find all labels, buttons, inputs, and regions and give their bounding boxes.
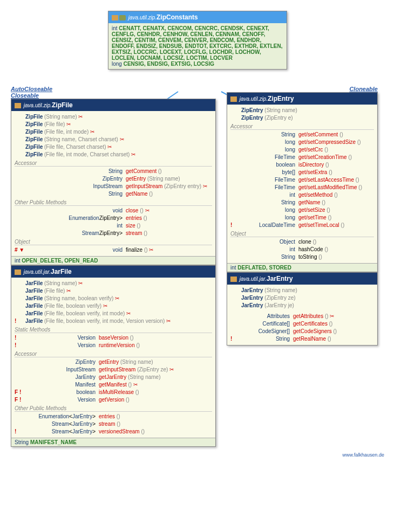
class-icon xyxy=(15,270,21,275)
box-zipconstants: java.util.zip.ZipConstants int CENATT, C… xyxy=(108,11,287,70)
class-icon xyxy=(230,96,237,102)
box-jarfile: java.util.jar.JarFile JarFile (String na… xyxy=(11,265,216,447)
label-closeable[interactable]: Closeable xyxy=(11,92,216,99)
class-icon xyxy=(15,103,21,108)
box-zipfile: java.util.zip.ZipFile ZipFile (String na… xyxy=(11,99,216,265)
attribution-link[interactable]: www.falkhausen.de xyxy=(11,452,384,458)
class-icon xyxy=(230,277,237,282)
label-cloneable[interactable]: Cloneable xyxy=(227,86,378,92)
interface-icon xyxy=(112,15,118,20)
box-jarentry: java.util.jar.JarEntry JarEntry (String … xyxy=(227,272,378,346)
label-autocloseable[interactable]: AutoCloseable xyxy=(11,86,216,92)
package-icon xyxy=(119,15,126,20)
box-zipentry: java.util.zip.ZipEntry ZipEntry (String … xyxy=(227,92,378,272)
